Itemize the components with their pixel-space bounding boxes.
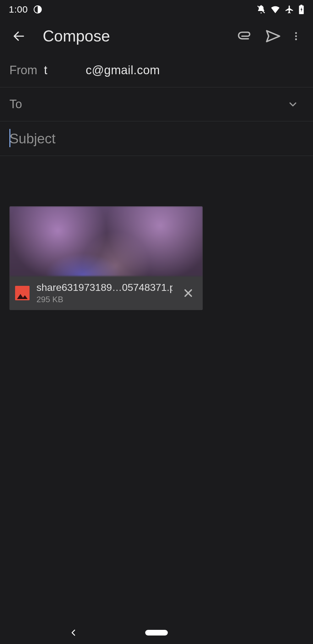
send-button[interactable] [259,22,287,50]
notifications-off-icon [256,5,266,14]
image-file-icon [15,286,30,300]
system-nav-bar [0,621,313,644]
compose-body[interactable]: share631973189…05748371.png 295 KB [0,156,313,319]
to-label: To [9,97,28,111]
arrow-left-icon [12,29,26,43]
system-back-button[interactable] [66,625,81,640]
attach-button[interactable] [231,22,259,50]
chevron-left-icon [69,628,78,637]
svg-point-7 [295,32,297,34]
from-value: t c@gmail.com [44,64,160,77]
status-clock: 1:00 [9,4,28,15]
attachment-icon [237,28,253,44]
more-options-button[interactable] [287,22,305,50]
attachment-size: 295 KB [36,295,173,304]
from-row[interactable]: From t c@gmail.com [0,53,313,87]
remove-attachment-button[interactable] [179,284,197,302]
subject-row [0,121,313,156]
from-label: From [9,64,40,77]
svg-point-8 [295,35,297,37]
attachment-card: share631973189…05748371.png 295 KB [9,206,203,310]
expand-recipients-button[interactable] [282,94,304,115]
airplane-mode-icon [285,5,294,14]
text-cursor [9,129,10,147]
battery-charging-icon [299,5,304,14]
home-handle[interactable] [145,630,168,636]
attachment-info: share631973189…05748371.png 295 KB [36,282,173,304]
page-title: Compose [43,27,231,45]
attachment-preview[interactable] [9,206,203,276]
wifi-icon [270,4,280,14]
toolbar: Compose [0,19,313,53]
chevron-down-icon [287,99,299,110]
attachment-footer: share631973189…05748371.png 295 KB [9,276,203,310]
svg-rect-3 [300,5,302,6]
status-right [256,4,304,14]
status-bar: 1:00 [0,0,313,19]
close-icon [182,287,195,299]
more-vert-icon [291,31,301,42]
svg-point-9 [295,38,297,40]
attachment-filename: share631973189…05748371.png [36,282,173,293]
svg-marker-6 [267,31,280,42]
back-button[interactable] [8,25,30,47]
app-indicator-icon [33,5,42,14]
subject-input[interactable] [9,131,304,147]
to-input[interactable] [33,97,282,111]
send-icon [265,28,281,44]
status-left: 1:00 [9,4,42,15]
to-row: To [0,87,313,121]
